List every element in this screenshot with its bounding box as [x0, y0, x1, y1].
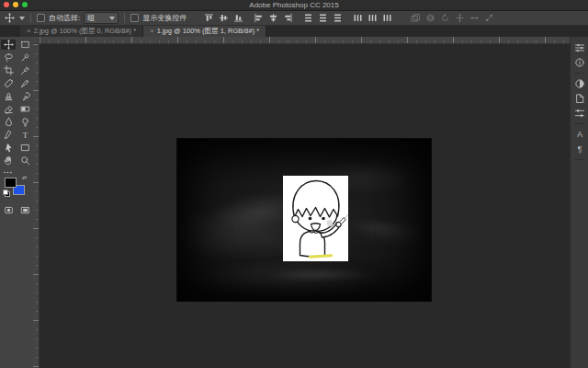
tool-rectangle[interactable] [17, 143, 32, 153]
3d-rotate-icon[interactable] [424, 12, 436, 24]
chalkboard-document[interactable] [176, 138, 432, 302]
tool-pen[interactable] [1, 130, 16, 140]
document-tab-2[interactable]: ×1.jpg @ 100% (图层 1, RGB/8#) * [143, 26, 266, 37]
dock-divider [574, 73, 585, 74]
align-middle-icon[interactable] [218, 12, 230, 24]
tool-crop[interactable] [1, 65, 16, 75]
svg-text:T: T [22, 131, 28, 140]
tool-brush[interactable] [17, 78, 32, 88]
auto-select-checkbox[interactable] [37, 14, 45, 22]
align-left-icon[interactable] [253, 12, 265, 24]
window-title: Adobe Photoshop CC 2015 [0, 0, 588, 10]
tool-eraser[interactable] [1, 104, 16, 114]
distribute-right-icon[interactable] [381, 12, 393, 24]
divider [124, 13, 125, 23]
tool-lasso[interactable] [1, 52, 16, 63]
svg-text:¶: ¶ [577, 144, 582, 154]
3d-scale-icon[interactable] [483, 12, 495, 24]
distribute-top-icon[interactable] [302, 12, 314, 24]
dock-divider [574, 159, 585, 160]
show-transform-label: 显示变换控件 [142, 13, 187, 23]
styles-panel-icon[interactable] [573, 92, 586, 105]
pasteboard[interactable] [40, 44, 570, 368]
3d-slide-icon[interactable] [469, 12, 481, 24]
blush [327, 220, 334, 226]
maruko-chan-drawing [283, 176, 348, 261]
foreground-color-swatch[interactable] [5, 178, 17, 188]
properties-panel-icon[interactable] [573, 107, 586, 120]
distribute-left-icon[interactable] [352, 12, 364, 24]
color-panel-icon[interactable] [573, 41, 586, 54]
cartoon-sticker-layer[interactable] [283, 176, 348, 261]
distribute-center-icon[interactable] [367, 12, 379, 24]
tool-marquee[interactable] [17, 40, 32, 50]
panel-dock: A¶ [570, 37, 588, 368]
chalk-smudge [260, 268, 379, 282]
tool-dodge[interactable] [17, 117, 32, 127]
tool-gradient[interactable] [17, 104, 32, 114]
align-right-icon[interactable] [282, 12, 294, 24]
align-bottom-icon[interactable] [232, 12, 244, 24]
default-colors-icon[interactable] [3, 190, 9, 196]
tab-label: 1.jpg @ 100% (图层 1, RGB/8#) * [157, 27, 259, 36]
titlebar: Adobe Photoshop CC 2015 [0, 0, 588, 11]
close-tab-icon[interactable]: × [27, 28, 31, 35]
tool-options-bar: 自动选择: 组 显示变换控件 [0, 11, 588, 26]
move-tool-icon[interactable] [4, 12, 16, 24]
tool-blur[interactable] [1, 117, 16, 127]
tool-spot-healing[interactable] [1, 78, 16, 88]
eye [309, 217, 312, 221]
close-tab-icon[interactable]: × [150, 28, 154, 35]
auto-align-icon[interactable] [410, 12, 422, 24]
auto-select-label: 自动选择: [49, 13, 80, 23]
swap-colors-icon[interactable]: ⇄ [22, 175, 27, 180]
align-icon-group [203, 12, 393, 24]
ruler-origin-corner[interactable] [33, 37, 40, 44]
distribute-bottom-icon[interactable] [332, 12, 344, 24]
screen-mode-icon[interactable] [18, 204, 31, 215]
auto-select-dropdown[interactable]: 组 [84, 12, 119, 24]
distribute-middle-icon[interactable] [317, 12, 329, 24]
tab-label: 2.jpg @ 100% (图层 0, RGB/8#) * [34, 27, 136, 36]
chalk-stick [340, 218, 346, 224]
tool-clone-stamp[interactable] [1, 91, 16, 101]
quick-mask-icon[interactable] [2, 204, 15, 215]
tool-eyedropper[interactable] [17, 65, 32, 75]
horizontal-ruler[interactable] [40, 37, 570, 44]
tool-quick-select[interactable] [17, 52, 32, 63]
vertical-ruler[interactable] [33, 44, 40, 368]
extra-icon-group [410, 12, 495, 24]
photoshop-window: Adobe Photoshop CC 2015 自动选择: 组 显示变换控件 ×… [0, 0, 588, 368]
dock-divider [574, 123, 585, 124]
tool-type[interactable]: T [17, 130, 32, 140]
document-tab-1[interactable]: ×2.jpg @ 100% (图层 0, RGB/8#) * [20, 26, 143, 37]
auto-select-value: 组 [87, 13, 95, 23]
info-panel-icon[interactable] [573, 56, 586, 69]
3d-pan-icon[interactable] [454, 12, 466, 24]
tool-path-select[interactable] [1, 143, 16, 153]
tool-history-brush[interactable] [17, 91, 32, 101]
tool-preset-caret-icon[interactable] [19, 17, 25, 20]
dropdown-caret-icon [109, 17, 115, 20]
document-tab-bar: ×2.jpg @ 100% (图层 0, RGB/8#) *×1.jpg @ 1… [0, 26, 588, 37]
canvas-area [33, 37, 570, 368]
show-transform-checkbox[interactable] [130, 14, 139, 22]
character-panel-icon[interactable]: A [573, 128, 586, 141]
eye [322, 217, 325, 221]
tool-move[interactable] [1, 40, 16, 50]
align-center-icon[interactable] [267, 12, 279, 24]
tool-hand[interactable] [1, 155, 16, 166]
adjustments-panel-icon[interactable] [573, 77, 586, 90]
paragraph-panel-icon[interactable]: ¶ [573, 143, 586, 155]
divider [30, 13, 31, 23]
svg-text:A: A [576, 130, 582, 139]
align-top-icon[interactable] [203, 12, 215, 24]
chalk-stroke [345, 215, 348, 219]
tool-zoom[interactable] [17, 155, 32, 166]
chalk-smudge [342, 215, 407, 240]
tools-panel: T ⇄ [0, 37, 34, 368]
ear [292, 215, 299, 222]
3d-roll-icon[interactable] [439, 12, 451, 24]
